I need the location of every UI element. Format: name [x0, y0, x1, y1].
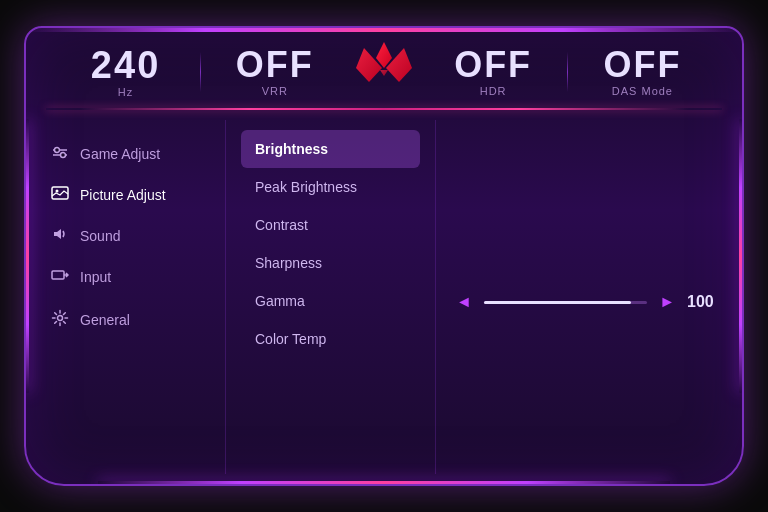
svg-point-3 [61, 153, 66, 158]
menu-panel: Brightness Peak Brightness Contrast Shar… [226, 120, 436, 474]
das-label: DAS Mode [597, 85, 687, 97]
sidebar-item-label-sound: Sound [80, 228, 120, 244]
game-adjust-icon [50, 145, 70, 162]
divider-2 [567, 52, 568, 92]
svg-point-5 [56, 190, 59, 193]
sidebar-item-label-input: Input [80, 269, 111, 285]
input-icon [50, 268, 70, 285]
menu-item-contrast[interactable]: Contrast [241, 206, 420, 244]
das-value: OFF [597, 47, 687, 83]
divider-1 [200, 52, 201, 92]
svg-point-1 [55, 148, 60, 153]
brightness-slider: ◄ ► 100 [456, 293, 722, 311]
hz-value: 240 [81, 46, 171, 84]
sidebar-item-picture-adjust[interactable]: Picture Adjust [36, 176, 215, 213]
svg-rect-6 [52, 271, 64, 279]
menu-item-gamma[interactable]: Gamma [241, 282, 420, 320]
hdr-label: HDR [448, 85, 538, 97]
slider-left-arrow[interactable]: ◄ [456, 293, 472, 311]
menu-item-sharpness[interactable]: Sharpness [241, 244, 420, 282]
sidebar-item-general[interactable]: General [36, 299, 215, 340]
main-content: Game Adjust Picture Adjust [26, 110, 742, 484]
lg-logo [354, 40, 414, 95]
logo-area [354, 40, 414, 99]
menu-item-peak-brightness[interactable]: Peak Brightness [241, 168, 420, 206]
sidebar-item-label-picture-adjust: Picture Adjust [80, 187, 166, 203]
menu-item-label-gamma: Gamma [255, 293, 305, 309]
das-display: OFF DAS Mode [597, 47, 687, 97]
slider-fill [484, 301, 631, 304]
slider-right-arrow[interactable]: ► [659, 293, 675, 311]
slider-track[interactable] [484, 301, 647, 304]
vrr-label: VRR [230, 85, 320, 97]
bottom-glow [98, 481, 671, 484]
sidebar-item-game-adjust[interactable]: Game Adjust [36, 135, 215, 172]
sidebar-item-label-game-adjust: Game Adjust [80, 146, 160, 162]
control-panel: ◄ ► 100 [436, 120, 742, 474]
sidebar-item-sound[interactable]: Sound [36, 217, 215, 254]
sidebar-item-input[interactable]: Input [36, 258, 215, 295]
svg-point-7 [58, 316, 63, 321]
sound-icon [50, 227, 70, 244]
svg-rect-4 [52, 187, 68, 199]
vrr-value: OFF [230, 47, 320, 83]
left-glow [26, 119, 29, 393]
hdr-value: OFF [448, 47, 538, 83]
right-glow [739, 119, 742, 393]
menu-item-label-color-temp: Color Temp [255, 331, 326, 347]
menu-item-brightness[interactable]: Brightness [241, 130, 420, 168]
hdr-display: OFF HDR [448, 47, 538, 97]
monitor-frame: 240 Hz OFF VRR OFF HDR OFF DAS Mode [24, 26, 744, 486]
menu-item-color-temp[interactable]: Color Temp [241, 320, 420, 358]
sidebar-nav: Game Adjust Picture Adjust [26, 120, 226, 474]
hz-display: 240 Hz [81, 46, 171, 98]
vrr-display: OFF VRR [230, 47, 320, 97]
menu-item-label-peak-brightness: Peak Brightness [255, 179, 357, 195]
picture-adjust-icon [50, 186, 70, 203]
menu-item-label-brightness: Brightness [255, 141, 328, 157]
sidebar-item-label-general: General [80, 312, 130, 328]
slider-value: 100 [687, 293, 722, 311]
menu-item-label-contrast: Contrast [255, 217, 308, 233]
hz-label: Hz [81, 86, 171, 98]
general-icon [50, 309, 70, 330]
menu-item-label-sharpness: Sharpness [255, 255, 322, 271]
